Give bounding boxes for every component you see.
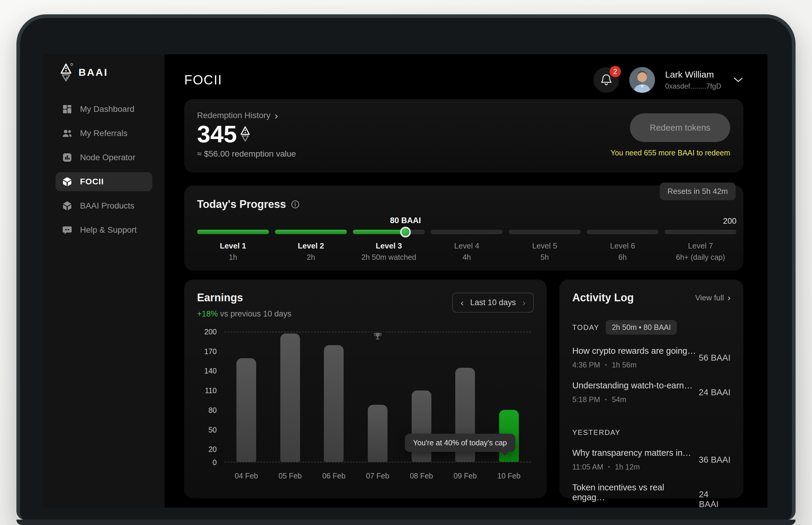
y-tick-label: 110 [205, 386, 217, 395]
level-threshold: 5h [509, 253, 581, 261]
level-name: Level 5 [509, 241, 581, 251]
app-screen: BAAI My Dashboard [43, 54, 768, 508]
earnings-bar-chart: 0205080110140170200 [197, 328, 534, 483]
products-cube-icon [62, 201, 72, 211]
redemption-actions: Redeem tokens You need 655 more BAAI to … [610, 110, 730, 162]
x-tick-label: 06 Feb [312, 471, 356, 480]
level-name: Level 4 [431, 241, 503, 251]
token-balance: 345 [197, 121, 296, 147]
entry-meta: 5:18 PM • 54m [572, 395, 693, 404]
x-tick-label: 07 Feb [356, 471, 400, 480]
node-operator-icon [62, 152, 72, 163]
level-name: Level 7 [665, 241, 737, 251]
redemption-history-link[interactable]: Redemption History › [197, 110, 296, 121]
bell-icon [600, 73, 613, 87]
sidebar-nav: My Dashboard My Referrals [43, 100, 164, 240]
chevron-right-icon[interactable]: › [522, 298, 525, 307]
sidebar-item-label: Help & Support [80, 225, 137, 235]
progress-level-2: 80 BAAI Level 2 2h [275, 230, 347, 261]
entry-title: How crypto rewards are going… [572, 346, 696, 356]
activity-entry[interactable]: Understanding watch-to-earn… 5:18 PM • 5… [572, 380, 730, 404]
level-threshold: 1h [197, 253, 269, 261]
x-tick-label: 08 Feb [400, 471, 443, 480]
entry-time: 2:10 PM [572, 507, 600, 508]
entry-title: Why transparency matters in… [572, 448, 691, 458]
sidebar-item-my-referrals[interactable]: My Referrals [56, 124, 152, 143]
bar-07-feb[interactable] [368, 405, 388, 462]
level-threshold: 2h 50m watched [353, 253, 425, 261]
level-name: Level 1 [197, 241, 269, 251]
sidebar-item-label: FOCII [80, 177, 104, 186]
today-summary-badge: 2h 50m • 80 BAAI [606, 320, 677, 335]
sidebar-item-node-operator[interactable]: Node Operator [56, 148, 152, 167]
earnings-card: Earnings +18% vs previous 10 days ‹ Last… [184, 280, 547, 498]
chevron-right-icon: › [727, 293, 730, 302]
view-full-link[interactable]: View full › [695, 293, 730, 302]
entry-time: 4:36 PM [572, 361, 600, 369]
progress-level-3: 80 BAAI Level 3 2h 50m watched [353, 230, 425, 261]
user-avatar[interactable] [629, 67, 655, 93]
redeem-tokens-button[interactable]: Redeem tokens [630, 113, 730, 142]
activity-entry[interactable]: How crypto rewards are going… 4:36 PM • … [572, 346, 730, 369]
y-tick-label: 170 [204, 347, 217, 356]
dot-separator: • [608, 464, 610, 470]
activity-title: Activity Log [572, 291, 634, 304]
y-tick-label: 80 [208, 406, 217, 414]
earnings-header: Earnings +18% vs previous 10 days ‹ Last… [197, 291, 534, 318]
referrals-icon [62, 128, 72, 138]
activity-entry[interactable]: Token incentives vs real engag… 2:10 PM … [572, 483, 730, 508]
dot-separator: • [605, 361, 607, 369]
laptop-base [16, 520, 796, 525]
x-tick-label: 05 Feb [269, 471, 312, 480]
earnings-delta-suffix: vs previous 10 days [218, 309, 291, 318]
sidebar-item-baai-products[interactable]: BAAI Products [56, 196, 152, 215]
entry-amount: 24 BAAI [699, 388, 730, 397]
entry-meta: 4:36 PM • 1h 56m [572, 361, 696, 369]
sidebar-item-label: BAAI Products [80, 201, 134, 211]
date-range-selector[interactable]: ‹ Last 10 days › [452, 292, 534, 313]
sidebar-item-my-dashboard[interactable]: My Dashboard [56, 100, 152, 119]
brand-logo-icon [60, 62, 73, 82]
sidebar-item-help-support[interactable]: Help & Support [56, 221, 152, 240]
dot-separator: • [605, 396, 607, 403]
chevron-down-icon[interactable] [733, 77, 743, 83]
entry-title: Understanding watch-to-earn… [572, 380, 693, 390]
bar-04-feb[interactable] [236, 358, 256, 462]
redemption-value-text: ≈ $56.00 redemption value [197, 149, 296, 159]
sidebar-item-focii[interactable]: FOCII [56, 172, 152, 191]
sidebar-item-label: My Dashboard [80, 104, 134, 114]
chevron-right-icon: › [275, 110, 278, 121]
x-tick-label: 10 Feb [487, 471, 531, 480]
activity-entry[interactable]: Why transparency matters in… 11:05 AM • … [572, 448, 730, 471]
today-row: TODAY 2h 50m • 80 BAAI [572, 320, 730, 335]
chevron-left-icon[interactable]: ‹ [461, 298, 464, 307]
x-tick-label: 04 Feb [224, 471, 269, 480]
bar-06-feb[interactable] [324, 345, 344, 462]
progress-level-6: 80 BAAI Level 6 6h [586, 230, 658, 261]
yesterday-label: YESTERDAY [572, 428, 621, 437]
user-name: Lark William [665, 70, 721, 80]
y-tick-label: 140 [204, 366, 217, 375]
level-threshold: 4h [431, 253, 503, 261]
baai-token-icon [240, 125, 252, 142]
token-balance-value: 345 [197, 121, 237, 147]
redeem-requirement-text: You need 655 more BAAI to redeem [610, 149, 730, 157]
info-icon[interactable] [291, 200, 300, 209]
cap-tooltip: You're at 40% of today's cap [405, 434, 515, 452]
progress-knob[interactable] [400, 227, 411, 237]
x-tick-label: 09 Feb [443, 471, 487, 480]
progress-header: Today's Progress [197, 198, 737, 211]
trophy-icon [369, 332, 386, 341]
progress-track: 200 80 BAAI Level 1 1h 80 BAAI Level 2 2… [197, 230, 737, 261]
help-chat-icon [62, 225, 72, 235]
entry-duration: 48m [612, 507, 626, 508]
view-full-label: View full [695, 293, 724, 302]
page: BAAI My Dashboard [0, 0, 812, 525]
level-name: Level 2 [275, 241, 347, 251]
bar-05-feb[interactable] [280, 333, 300, 462]
dashboard-icon [62, 104, 72, 114]
progress-level-1: 80 BAAI Level 1 1h [197, 230, 269, 261]
user-info[interactable]: Lark William 0xasdef........7fgD [665, 70, 721, 90]
notifications-button[interactable]: 2 [594, 67, 619, 93]
redemption-summary: Redemption History › 345 [197, 110, 296, 162]
